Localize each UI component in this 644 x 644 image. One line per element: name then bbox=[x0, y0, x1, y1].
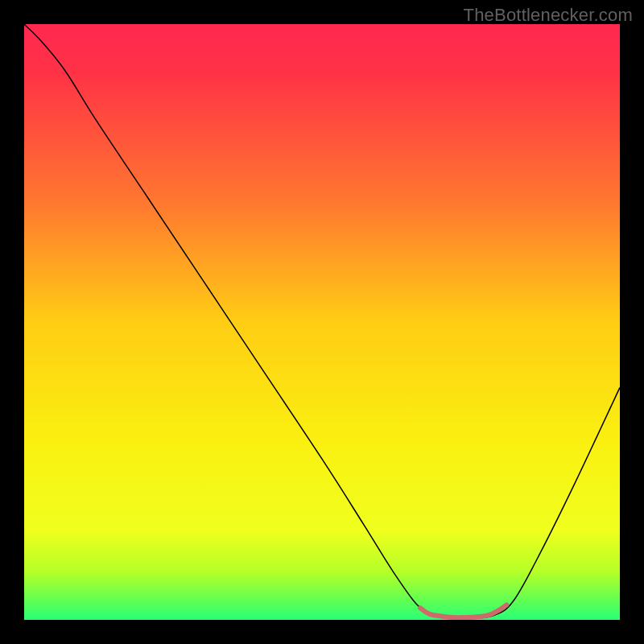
watermark-text: TheBottlenecker.com bbox=[464, 5, 633, 26]
chart-svg bbox=[24, 24, 620, 620]
chart-background bbox=[24, 24, 620, 620]
chart-plot-area bbox=[24, 24, 620, 620]
